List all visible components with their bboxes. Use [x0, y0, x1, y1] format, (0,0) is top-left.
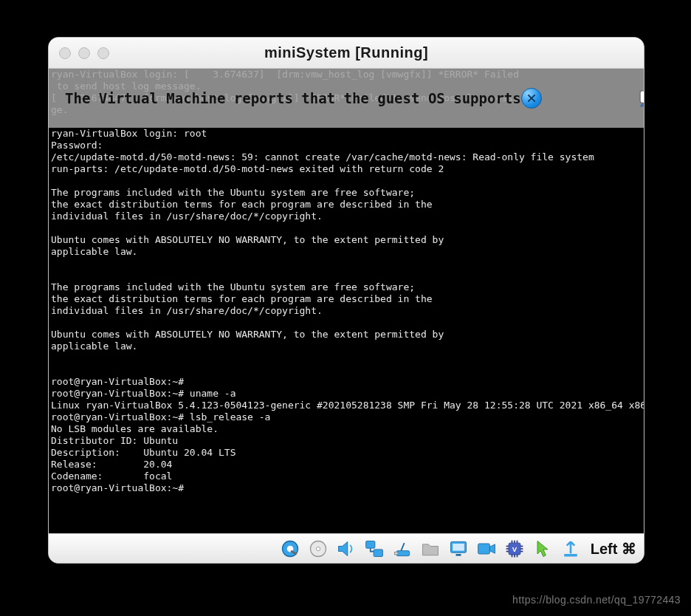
mouse-integration-indicator[interactable]	[532, 538, 554, 560]
status-bar: V Left ⌘	[49, 533, 644, 563]
optical-drive-indicator[interactable]	[307, 538, 329, 560]
host-key-label: Left ⌘	[588, 540, 636, 558]
svg-text:V: V	[512, 544, 518, 552]
folder-icon	[420, 538, 441, 559]
guest-notification-bar: The Virtual Machine reports that the gue…	[49, 69, 644, 128]
hard-disk-icon	[280, 538, 300, 559]
svg-rect-11	[453, 544, 464, 551]
window-title: miniSystem [Running]	[49, 44, 644, 61]
close-window-button[interactable]	[59, 47, 71, 59]
mouse-pointer-icon	[532, 538, 553, 559]
close-icon	[526, 92, 537, 104]
recording-icon	[476, 538, 497, 559]
host-key-text: Left ⌘	[591, 540, 636, 558]
shared-folders-indicator[interactable]	[419, 538, 441, 560]
svg-rect-12	[455, 554, 461, 556]
svg-point-5	[316, 547, 320, 550]
recording-indicator[interactable]	[475, 538, 498, 560]
vm-window: miniSystem [Running] ryan-VirtualBox log…	[48, 37, 644, 564]
svg-rect-28	[564, 554, 577, 557]
svg-rect-13	[478, 544, 489, 554]
network-icon	[364, 538, 385, 559]
hard-disk-indicator[interactable]	[279, 538, 301, 560]
traffic-lights	[49, 47, 109, 59]
audio-icon	[336, 538, 357, 559]
watermark-text: https://blog.csdn.net/qq_19772443	[512, 594, 681, 606]
titlebar[interactable]: miniSystem [Running]	[49, 38, 644, 69]
network-indicator[interactable]	[363, 538, 385, 560]
notification-message: The Virtual Machine reports that the gue…	[65, 92, 521, 104]
chip-icon: V	[504, 538, 525, 559]
svg-rect-8	[396, 550, 410, 555]
svg-rect-6	[365, 541, 374, 548]
audio-indicator[interactable]	[335, 538, 357, 560]
dismiss-notification-button[interactable]	[521, 88, 542, 109]
terminal-output: ryan-VirtualBox login: [ 3.674637] [drm:…	[51, 69, 644, 494]
usb-icon	[392, 538, 413, 559]
svg-rect-9	[394, 552, 397, 555]
minimize-window-button[interactable]	[78, 47, 90, 59]
keyboard-arrow-icon	[560, 538, 581, 559]
display-indicator[interactable]	[447, 538, 470, 560]
svg-rect-7	[374, 549, 382, 556]
notification-settings-button[interactable]	[555, 77, 644, 120]
usb-indicator[interactable]	[391, 538, 413, 560]
speech-bubble-disabled-icon	[639, 89, 644, 108]
processor-indicator[interactable]: V	[503, 538, 526, 560]
display-icon	[448, 538, 469, 559]
zoom-window-button[interactable]	[97, 47, 109, 59]
guest-display[interactable]: ryan-VirtualBox login: [ 3.674637] [drm:…	[49, 69, 644, 533]
keyboard-capture-indicator[interactable]	[560, 538, 582, 560]
optical-disc-icon	[308, 538, 329, 559]
